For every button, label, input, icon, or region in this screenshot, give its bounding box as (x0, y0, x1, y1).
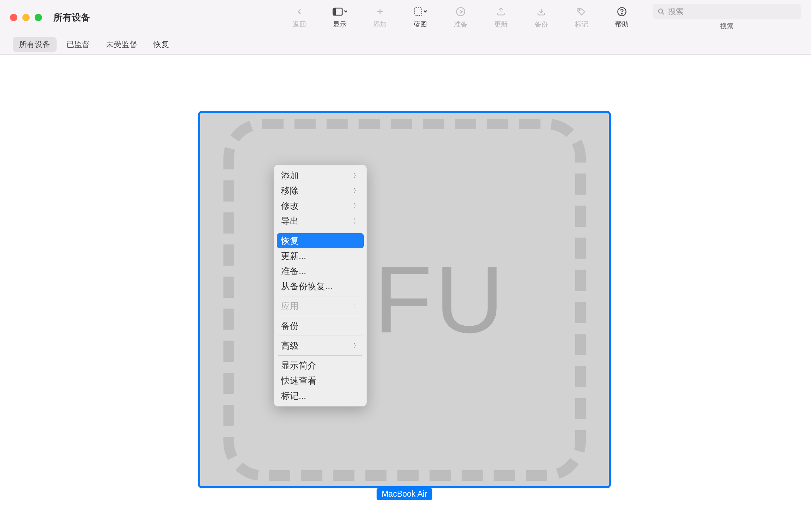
tab-all-devices[interactable]: 所有设备 (13, 37, 57, 52)
tabbar: 所有设备 已监督 未受监督 恢复 (0, 35, 811, 55)
svg-point-8 (622, 13, 622, 14)
context-menu: 添加 〉 移除 〉 修改 〉 导出 〉 恢复 更新... 准备... 从备份恢复… (274, 165, 367, 407)
toolbar-backup-label: 备份 (535, 20, 548, 29)
toolbar-backup[interactable]: 备份 (529, 6, 554, 29)
toolbar-tag-label: 标记 (575, 20, 588, 29)
menu-restore-label: 恢复 (281, 235, 299, 247)
toolbar-prepare-label: 准备 (454, 20, 467, 29)
display-icon (332, 6, 347, 18)
menu-export[interactable]: 导出 〉 (274, 213, 367, 229)
menu-show-info-label: 显示简介 (281, 360, 316, 371)
menu-remove[interactable]: 移除 〉 (274, 183, 367, 198)
chevron-right-icon: 〉 (353, 302, 360, 311)
toolbar-blueprint[interactable]: 蓝图 (408, 6, 433, 29)
toolbar-update-label: 更新 (494, 20, 508, 29)
content-area: DFU MacBook Air 添加 〉 移除 〉 修改 〉 导出 〉 恢复 更… (0, 55, 811, 532)
titlebar-toolbar: 所有设备 返回 显示 添加 蓝图 准备 (0, 0, 811, 35)
menu-prepare[interactable]: 准备... (274, 264, 367, 279)
device-label: MacBook Air (377, 488, 432, 500)
menu-separator (278, 316, 362, 316)
svg-rect-1 (333, 8, 336, 15)
menu-restore-from-backup-label: 从备份恢复... (281, 280, 333, 292)
menu-update[interactable]: 更新... (274, 248, 367, 264)
window-title: 所有设备 (53, 11, 90, 24)
toolbar-prepare[interactable]: 准备 (448, 6, 473, 29)
help-icon (617, 6, 627, 18)
menu-remove-label: 移除 (281, 185, 299, 196)
add-icon (375, 6, 385, 18)
tab-unsupervised[interactable]: 未受监督 (100, 37, 144, 52)
svg-point-5 (456, 7, 465, 16)
menu-separator (278, 336, 362, 336)
menu-advanced-label: 高级 (281, 340, 299, 351)
traffic-lights (10, 14, 42, 21)
toolbar-blueprint-label: 蓝图 (414, 20, 427, 29)
toolbar-tag[interactable]: 标记 (569, 6, 594, 29)
update-icon (496, 6, 506, 18)
close-window-button[interactable] (10, 14, 17, 21)
menu-backup[interactable]: 备份 (274, 318, 367, 333)
search-box[interactable] (653, 4, 801, 19)
toolbar-help-label: 帮助 (615, 20, 629, 29)
chevron-right-icon: 〉 (353, 342, 360, 350)
search-icon (658, 8, 665, 16)
menu-apply: 应用 〉 (274, 298, 367, 314)
toolbar-help[interactable]: 帮助 (609, 6, 634, 29)
svg-rect-4 (415, 8, 422, 16)
chevron-right-icon: 〉 (353, 187, 360, 195)
menu-advanced[interactable]: 高级 〉 (274, 338, 367, 353)
svg-line-10 (662, 13, 664, 14)
backup-icon (536, 6, 546, 18)
menu-export-label: 导出 (281, 215, 299, 227)
toolbar-search: 搜索 (653, 4, 801, 31)
tab-supervised[interactable]: 已监督 (60, 37, 96, 52)
maximize-window-button[interactable] (35, 14, 42, 21)
minimize-window-button[interactable] (22, 14, 30, 21)
menu-separator (278, 296, 362, 296)
menu-separator (278, 231, 362, 231)
toolbar-back[interactable]: 返回 (287, 6, 312, 29)
search-input[interactable] (668, 7, 796, 16)
menu-quick-look-label: 快速查看 (281, 375, 316, 386)
tag-icon (577, 6, 587, 18)
menu-quick-look[interactable]: 快速查看 (274, 373, 367, 388)
toolbar-display[interactable]: 显示 (327, 6, 352, 29)
menu-tag[interactable]: 标记... (274, 388, 367, 403)
menu-add[interactable]: 添加 〉 (274, 168, 367, 183)
blueprint-icon (413, 6, 427, 18)
menu-update-label: 更新... (281, 250, 306, 262)
toolbar-update[interactable]: 更新 (489, 6, 513, 29)
menu-modify[interactable]: 修改 〉 (274, 198, 367, 213)
chevron-right-icon: 〉 (353, 217, 360, 225)
menu-restore[interactable]: 恢复 (277, 233, 364, 248)
menu-restore-from-backup[interactable]: 从备份恢复... (274, 279, 367, 294)
toolbar-display-label: 显示 (333, 20, 346, 29)
menu-add-label: 添加 (281, 170, 299, 181)
chevron-right-icon: 〉 (353, 202, 360, 210)
back-icon (295, 6, 304, 18)
svg-point-6 (579, 10, 580, 11)
tab-recovery[interactable]: 恢复 (147, 37, 175, 52)
svg-point-9 (659, 9, 663, 13)
menu-apply-label: 应用 (281, 300, 299, 312)
menu-separator (278, 355, 362, 356)
menu-modify-label: 修改 (281, 200, 299, 212)
menu-show-info[interactable]: 显示简介 (274, 358, 367, 373)
chevron-right-icon: 〉 (353, 171, 360, 180)
toolbar-search-label: 搜索 (720, 22, 734, 31)
toolbar-add[interactable]: 添加 (368, 6, 392, 29)
menu-tag-label: 标记... (281, 390, 306, 402)
toolbar-add-label: 添加 (373, 20, 387, 29)
toolbar-back-label: 返回 (293, 20, 306, 29)
menu-backup-label: 备份 (281, 320, 299, 332)
device-tile-selected[interactable]: DFU MacBook Air (198, 111, 611, 488)
menu-prepare-label: 准备... (281, 265, 306, 277)
prepare-icon (456, 6, 466, 18)
